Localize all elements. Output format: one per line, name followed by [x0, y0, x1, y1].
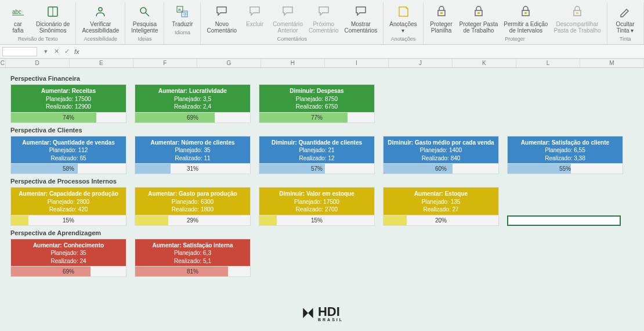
- kpi-card[interactable]: Aumentar: Capacidade de produçãoPlanejad…: [10, 187, 126, 226]
- kpi-progress: 29%: [135, 215, 250, 225]
- kpi-card[interactable]: Diminuir: DespesasPlanejado: 8750Realiza…: [259, 84, 375, 123]
- thesaurus-button[interactable]: Dicionário deSinônimos: [34, 2, 72, 35]
- column-header[interactable]: L: [516, 59, 580, 67]
- kpi-planned: Planejado: 3,5: [139, 95, 247, 103]
- column-header[interactable]: C: [0, 59, 6, 67]
- allow-edit-ranges-button[interactable]: Permitir a Ediçãode Intervalos: [501, 2, 550, 35]
- prev-comment-button[interactable]: ComentárioAnterior: [270, 2, 305, 35]
- kpi-percent: 81%: [135, 268, 250, 275]
- column-header[interactable]: J: [389, 59, 453, 67]
- kpi-actual: Realizado: 1800: [139, 206, 247, 214]
- kpi-header: Aumentar: ReceitasPlanejado: 17500Realiz…: [11, 85, 126, 112]
- kpi-progress: 74%: [11, 112, 126, 123]
- kpi-progress: 55%: [508, 163, 623, 174]
- new-comment-button[interactable]: NovoComentário: [204, 2, 239, 35]
- worksheet[interactable]: Perspectiva FinanceiraAumentar: Receitas…: [0, 68, 644, 277]
- kpi-progress: 15%: [11, 215, 126, 225]
- kpi-planned: Planejado: 135: [387, 198, 495, 206]
- kpi-percent: 15%: [259, 217, 374, 224]
- column-header[interactable]: H: [261, 59, 325, 67]
- abc-icon: abc: [10, 3, 26, 20]
- kpi-percent: 15%: [11, 217, 126, 224]
- kpi-card[interactable]: Aumentar: Satisfação internaPlanejado: 6…: [135, 239, 251, 278]
- hide-ink-button[interactable]: OcultarTinta ▾: [611, 2, 640, 35]
- kpi-percent: 55%: [508, 166, 623, 172]
- lock-icon: [433, 3, 450, 20]
- kpi-actual: Realizado: 3,38: [511, 154, 619, 163]
- kpi-card[interactable]: Aumentar: ConhecimentoPlanejado: 35Reali…: [10, 239, 126, 278]
- kpi-card[interactable]: Diminuir: Gasto médio por cada vendaPlan…: [383, 136, 499, 175]
- kpi-header: Diminuir: DespesasPlanejado: 8750Realiza…: [259, 85, 374, 112]
- svg-point-4: [140, 8, 146, 13]
- kpi-actual: Realizado: 11: [139, 154, 247, 163]
- kpi-planned: Planejado: 21: [263, 146, 371, 154]
- ribbon-btn-label: Permitir a Ediçãode Intervalos: [504, 21, 548, 34]
- kpi-header: Aumentar: Número de clientesPlanejado: 3…: [135, 136, 250, 164]
- kpi-planned: Planejado: 17500: [15, 95, 122, 103]
- column-header[interactable]: F: [133, 59, 197, 67]
- kpi-card[interactable]: Aumentar: Gasto para produçãoPlanejado: …: [135, 187, 251, 226]
- ribbon-group: NovoComentárioExcluirComentárioAnteriorP…: [201, 2, 383, 44]
- kpi-progress: 15%: [259, 215, 374, 225]
- kpi-card[interactable]: Diminuir: Valor em estoquePlanejado: 175…: [259, 187, 375, 226]
- kpi-header: Aumentar: Satisfação do clientePlanejado…: [508, 136, 623, 164]
- kpi-card[interactable]: Aumentar: Satisfação do clientePlanejado…: [507, 136, 623, 175]
- kpi-header: Aumentar: Quantidade de vendasPlanejado:…: [11, 136, 126, 164]
- cancel-icon[interactable]: ✕: [51, 48, 61, 55]
- kpi-actual: Realizado: 12900: [15, 103, 122, 111]
- protect-workbook-button[interactable]: Proteger Pastade Trabalho: [457, 2, 501, 35]
- section-title: Perspectiva de Processos Internos: [10, 178, 638, 185]
- column-header[interactable]: K: [453, 59, 516, 67]
- selected-cell[interactable]: [507, 215, 621, 226]
- column-header[interactable]: D: [6, 59, 70, 67]
- delete-comment-button[interactable]: Excluir: [240, 2, 269, 35]
- kpi-percent: 29%: [135, 217, 250, 224]
- kpi-card[interactable]: Diminuir: Quantidade de clientesPlanejad…: [259, 136, 375, 175]
- svg-text:abc: abc: [12, 9, 21, 15]
- ribbon-group: ProtegerPlanilhaProteger Pastade Trabalh…: [424, 2, 607, 44]
- dropdown-icon[interactable]: ▾: [41, 48, 51, 55]
- lock-icon: [569, 3, 585, 20]
- show-comments-button[interactable]: MostrarComentários: [342, 2, 380, 35]
- kpi-actual: Realizado: 65: [15, 154, 122, 163]
- column-header[interactable]: M: [580, 59, 644, 67]
- enter-icon[interactable]: ✓: [61, 48, 72, 55]
- translate-button[interactable]: a字Traduzir: [168, 2, 197, 28]
- next-comment-button[interactable]: PróximoComentário: [306, 2, 341, 35]
- smart-lookup-button[interactable]: PesquisaInteligente: [129, 2, 160, 35]
- kpi-planned: Planejado: 112: [15, 146, 122, 154]
- kpi-title: Aumentar: Número de clientes: [139, 139, 247, 147]
- kpi-planned: Planejado: 6300: [139, 198, 247, 206]
- comment-icon: [280, 3, 296, 20]
- protect-sheet-button[interactable]: ProtegerPlanilha: [427, 2, 456, 35]
- accessibility-button[interactable]: VerificarAcessibilidade: [79, 2, 121, 35]
- kpi-title: Aumentar: Satisfação interna: [139, 242, 247, 250]
- column-header[interactable]: E: [70, 59, 133, 67]
- name-box[interactable]: [2, 47, 37, 56]
- kpi-row: Aumentar: ReceitasPlanejado: 17500Realiz…: [10, 84, 638, 123]
- translate-icon: a字: [174, 3, 190, 20]
- notes-button[interactable]: Anotações▾: [387, 2, 419, 35]
- kpi-progress: 69%: [135, 112, 250, 123]
- kpi-title: Aumentar: Lucratividade: [139, 87, 247, 95]
- ribbon-btn-label: carfafia: [13, 21, 24, 34]
- person-icon: [92, 3, 108, 20]
- column-header[interactable]: G: [197, 59, 261, 67]
- kpi-card[interactable]: Aumentar: Quantidade de vendasPlanejado:…: [10, 136, 126, 175]
- column-header[interactable]: I: [325, 59, 389, 67]
- kpi-card[interactable]: Aumentar: LucratividadePlanejado: 3,5Rea…: [135, 84, 251, 123]
- kpi-card[interactable]: Aumentar: ReceitasPlanejado: 17500Realiz…: [10, 84, 126, 123]
- svg-line-5: [146, 13, 149, 16]
- fx-icon[interactable]: fx: [74, 48, 79, 55]
- kpi-actual: Realizado: 420: [15, 206, 122, 214]
- kpi-card[interactable]: Aumentar: EstoquePlanejado: 135Realizado…: [383, 187, 499, 226]
- kpi-title: Diminuir: Quantidade de clientes: [263, 139, 371, 147]
- logo-subtext: BRASIL: [318, 318, 343, 322]
- kpi-percent: 69%: [135, 114, 250, 121]
- kpi-actual: Realizado: 2,4: [139, 103, 247, 111]
- spellcheck-button[interactable]: abccarfafia: [3, 2, 32, 35]
- unshare-button[interactable]: DescompartilharPasta de Trabalho: [551, 2, 603, 35]
- kpi-card[interactable]: Aumentar: Número de clientesPlanejado: 3…: [135, 136, 251, 175]
- kpi-planned: Planejado: 35: [15, 249, 122, 257]
- kpi-header: Aumentar: ConhecimentoPlanejado: 35Reali…: [11, 239, 126, 267]
